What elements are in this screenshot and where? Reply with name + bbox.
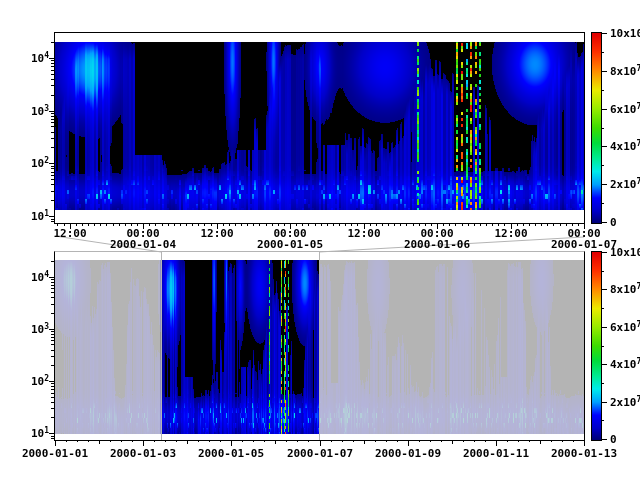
- cb-minor-tick: [601, 420, 604, 421]
- x-minor-tick: [174, 223, 175, 226]
- detail-panel: [54, 32, 585, 224]
- x-minor-tick: [333, 223, 334, 226]
- x-date-label: 2000-01-07: [275, 448, 365, 459]
- cb-tick-label: 6x107: [610, 322, 640, 334]
- cb-minor-tick: [601, 203, 604, 204]
- x-minor-tick: [449, 223, 450, 226]
- x-minor-tick: [492, 223, 493, 226]
- cb-tick-label: 0: [610, 217, 617, 228]
- x-minor-tick: [551, 440, 552, 442]
- y-minor-tick: [51, 383, 54, 384]
- y-minor-tick: [51, 417, 54, 418]
- x-minor-tick: [331, 440, 332, 442]
- cb-tick-label: 10x107: [610, 28, 640, 40]
- x-minor-tick: [275, 440, 276, 444]
- x-minor-tick: [431, 223, 432, 226]
- x-minor-tick: [540, 440, 541, 444]
- x-major-tick: [143, 440, 144, 446]
- y-tick-label: 102: [19, 376, 49, 388]
- y-major-tick: [49, 216, 54, 217]
- y-minor-tick: [51, 70, 54, 71]
- x-minor-tick: [204, 223, 205, 226]
- x-minor-tick: [553, 223, 554, 226]
- x-minor-tick: [517, 223, 518, 226]
- cb-tick-label: 10x107: [610, 247, 640, 259]
- x-date-label: 2000-01-13: [539, 448, 629, 459]
- x-minor-tick: [578, 223, 579, 226]
- x-minor-tick: [523, 223, 524, 226]
- x-major-tick: [496, 440, 497, 446]
- x-major-tick: [231, 440, 232, 446]
- y-tick-label: 101: [19, 211, 49, 223]
- cb-major-tick: [601, 439, 607, 440]
- x-minor-tick: [155, 223, 156, 226]
- x-minor-tick: [88, 440, 89, 442]
- y-minor-tick: [51, 85, 54, 86]
- x-major-tick: [320, 440, 321, 446]
- cb-minor-tick: [601, 346, 604, 347]
- y-minor-tick: [51, 365, 54, 366]
- x-minor-tick: [425, 223, 426, 226]
- x-minor-tick: [572, 223, 573, 226]
- cb-major-tick: [601, 327, 607, 328]
- x-minor-tick: [351, 223, 352, 226]
- y-minor-tick: [51, 116, 54, 117]
- y-minor-tick: [51, 350, 54, 351]
- cb-major-tick: [601, 184, 607, 185]
- zoom-window-region[interactable]: [161, 252, 320, 440]
- cb-tick-label: 8x107: [610, 284, 640, 296]
- cb-tick-label: 2x107: [610, 397, 640, 409]
- x-minor-tick: [308, 223, 309, 226]
- x-minor-tick: [235, 223, 236, 226]
- x-date-label: 2000-01-09: [363, 448, 453, 459]
- x-minor-tick: [119, 223, 120, 226]
- x-date-label: 2000-01-01: [10, 448, 100, 459]
- cb-tick-label: 4x107: [610, 141, 640, 153]
- y-minor-tick: [51, 297, 54, 298]
- x-minor-tick: [462, 223, 463, 226]
- x-minor-tick: [376, 223, 377, 226]
- y-minor-tick: [51, 285, 54, 286]
- x-minor-tick: [541, 223, 542, 226]
- y-minor-tick: [51, 221, 54, 222]
- y-minor-tick: [51, 113, 54, 114]
- x-minor-tick: [480, 223, 481, 226]
- cb-major-tick: [601, 364, 607, 365]
- spectrogram-figure: 12:0000:002000-01-0412:0000:002000-01-05…: [0, 0, 640, 480]
- y-minor-tick: [51, 438, 54, 439]
- cb-minor-tick: [601, 271, 604, 272]
- y-minor-tick: [51, 402, 54, 403]
- y-minor-tick: [51, 175, 54, 176]
- y-minor-tick: [51, 63, 54, 64]
- x-minor-tick: [518, 440, 519, 442]
- y-minor-tick: [51, 219, 54, 220]
- cb-minor-tick: [601, 128, 604, 129]
- y-tick-label: 101: [19, 428, 49, 440]
- y-minor-tick: [51, 288, 54, 289]
- y-minor-tick: [51, 60, 54, 61]
- x-minor-tick: [198, 440, 199, 442]
- x-minor-tick: [353, 440, 354, 442]
- x-date-label: 2000-01-06: [392, 239, 482, 250]
- x-minor-tick: [498, 223, 499, 226]
- x-minor-tick: [278, 223, 279, 226]
- y-minor-tick: [51, 184, 54, 185]
- x-minor-tick: [99, 440, 100, 444]
- x-minor-tick: [406, 223, 407, 226]
- cb-tick-label: 6x107: [610, 104, 640, 116]
- cb-minor-tick: [601, 308, 604, 309]
- y-tick-label: 104: [19, 53, 49, 65]
- cb-major-tick: [601, 289, 607, 290]
- x-minor-tick: [452, 440, 453, 444]
- y-tick-label: 103: [19, 106, 49, 118]
- x-minor-tick: [266, 223, 267, 226]
- y-minor-tick: [51, 191, 54, 192]
- x-date-label: 2000-01-03: [98, 448, 188, 459]
- x-minor-tick: [64, 223, 65, 226]
- x-minor-tick: [76, 223, 77, 226]
- y-tick-label: 102: [19, 158, 49, 170]
- x-minor-tick: [66, 440, 67, 442]
- y-minor-tick: [51, 122, 54, 123]
- detail-heatmap-canvas: [55, 42, 584, 210]
- x-minor-tick: [562, 440, 563, 442]
